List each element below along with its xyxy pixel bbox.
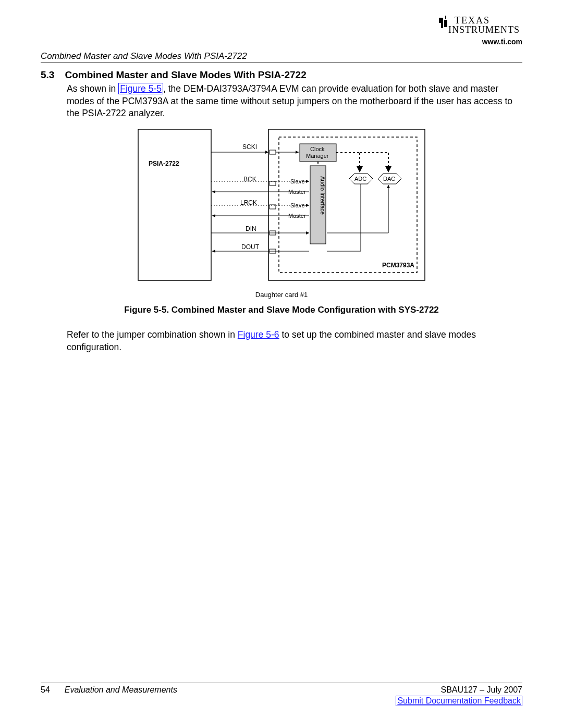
svg-rect-1: [441, 23, 443, 28]
adc-label: ADC: [354, 176, 366, 182]
section-title: Combined Master and Slave Modes With PSI…: [65, 69, 306, 81]
logo-text-bottom: INSTRUMENTS: [448, 24, 520, 35]
svg-rect-4: [138, 129, 211, 280]
logo-text-top: TEXAS: [455, 15, 490, 26]
svg-rect-11: [270, 150, 276, 154]
svg-rect-12: [270, 181, 276, 186]
figure-5-5-diagram: PSIA-2722 PCM3793A Clock Manager Audio I…: [133, 129, 430, 299]
para2-pre: Refer to the jumper combination shown in: [67, 329, 238, 340]
running-head: Combined Master and Slave Modes With PSI…: [41, 51, 522, 61]
svg-rect-13: [270, 205, 276, 209]
footer-doc-id: SBAU127 – July 2007: [396, 685, 522, 695]
section-number: 5.3: [41, 69, 54, 81]
body-pre: As shown in: [67, 83, 118, 94]
dac-label: DAC: [383, 176, 395, 182]
svg-rect-0: [439, 18, 443, 23]
clock-top: Clock: [310, 146, 325, 152]
section-heading: 5.3 Combined Master and Slave Modes With…: [41, 69, 522, 81]
submit-feedback-link[interactable]: Submit Documentation Feedback: [396, 696, 522, 706]
footer-section-name: Evaluation and Measurements: [65, 685, 177, 706]
page-footer: 54 Evaluation and Measurements SBAU127 –…: [41, 683, 522, 706]
psia-label: PSIA-2722: [149, 160, 179, 167]
dout-label: DOUT: [241, 243, 260, 251]
header-rule: [41, 63, 522, 63]
paragraph-2: Refer to the jumper combination shown in…: [67, 329, 522, 353]
figure-5-6-link[interactable]: Figure 5-6: [238, 329, 279, 340]
svg-rect-3: [445, 16, 446, 19]
header-url[interactable]: www.ti.com: [439, 38, 522, 46]
svg-rect-2: [444, 20, 447, 27]
page-number: 54: [41, 685, 50, 706]
daughter-card-label: Daughter card #1: [133, 291, 430, 299]
ti-logo: TEXAS INSTRUMENTS www.ti.com: [439, 15, 522, 46]
clock-bot: Manager: [306, 153, 329, 159]
figure-5-5-link[interactable]: Figure 5-5: [118, 83, 163, 94]
section-body: As shown in Figure 5-5, the DEM-DAI3793A…: [67, 83, 522, 120]
din-label: DIN: [246, 225, 256, 232]
footer-rule: [41, 683, 522, 683]
audio-interface-label: Audio Interface: [320, 176, 326, 215]
pcm-label: PCM3793A: [382, 262, 414, 269]
figure-caption: Figure 5-5. Combined Master and Slave Mo…: [41, 305, 522, 315]
bck-label: BCK: [243, 176, 256, 183]
scki-label: SCKI: [242, 143, 257, 151]
